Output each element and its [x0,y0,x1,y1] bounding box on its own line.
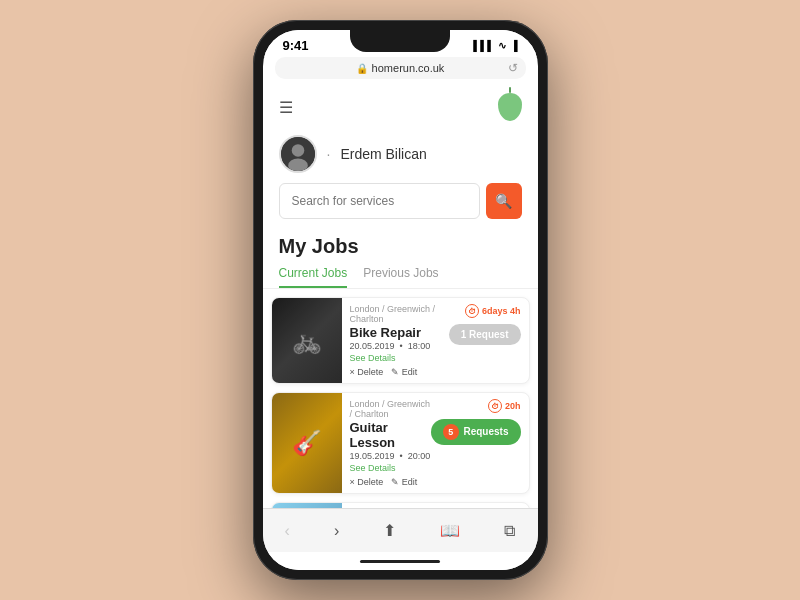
page-title: My Jobs [263,231,538,266]
job-top-bike: London / Greenwich / Charlton Bike Repai… [350,304,521,367]
jobs-tabs: Current Jobs Previous Jobs [263,266,538,289]
forward-button[interactable]: › [322,518,351,544]
svg-point-1 [291,144,304,157]
status-time: 9:41 [283,38,309,53]
edit-link-bike[interactable]: ✎ Edit [391,367,417,377]
signal-icon: ▌▌▌ [473,40,494,51]
phone-frame: 9:41 ▌▌▌ ∿ ▐ 🔒 homerun.co.uk ↺ ☰ [253,20,548,580]
pear-logo [498,93,522,121]
tabs-button[interactable]: ⧉ [492,518,527,544]
delete-link-guitar[interactable]: × Delete [350,477,384,487]
job-info-bike: London / Greenwich / Charlton Bike Repai… [350,304,449,367]
job-info-guitar: London / Greenwich / Charlton Guitar Les… [350,399,431,477]
tab-current-jobs[interactable]: Current Jobs [279,266,348,288]
battery-icon: ▐ [510,40,517,51]
browser-bottom-bar: ‹ › ⬆ 📖 ⧉ [263,508,538,552]
back-button[interactable]: ‹ [273,518,302,544]
request-btn-bike[interactable]: 1 Request [449,324,521,345]
job-top-guitar: London / Greenwich / Charlton Guitar Les… [350,399,521,477]
see-details-guitar[interactable]: See Details [350,463,431,473]
search-section: 🔍 [263,183,538,231]
user-name: Erdem Bilican [340,146,426,162]
page-content: ☰ · Erdem Bilican 🔍 [263,85,538,508]
svg-point-2 [288,158,308,172]
job-thumb-guitar [272,393,342,493]
lock-icon: 🔒 [356,63,368,74]
timer-icon-bike: ⏱ [465,304,479,318]
timer-badge-bike: ⏱ 6days 4h [465,304,521,318]
job-date-bike: 20.05.2019 • 18:00 [350,341,449,351]
hamburger-icon[interactable]: ☰ [279,98,293,117]
search-input[interactable] [279,183,480,219]
search-icon: 🔍 [495,193,512,209]
timer-badge-guitar: ⏱ 20h [488,399,521,413]
tab-previous-jobs[interactable]: Previous Jobs [363,266,438,288]
notch [350,30,450,52]
see-details-bike[interactable]: See Details [350,353,449,363]
job-location-bike: London / Greenwich / Charlton [350,304,449,324]
job-title-guitar: Guitar Lesson [350,420,431,450]
edit-link-guitar[interactable]: ✎ Edit [391,477,417,487]
top-nav: ☰ [263,85,538,129]
job-actions-bike: × Delete ✎ Edit [350,367,521,377]
job-thumb-painter [272,503,342,508]
delete-link-bike[interactable]: × Delete [350,367,384,377]
avatar [279,135,317,173]
request-count-guitar: 5 [443,424,459,440]
job-card-bike-repair: London / Greenwich / Charlton Bike Repai… [271,297,530,384]
job-title-bike: Bike Repair [350,325,449,340]
url-bar[interactable]: 🔒 homerun.co.uk ↺ [275,57,526,79]
job-card-guitar-lesson: London / Greenwich / Charlton Guitar Les… [271,392,530,494]
share-button[interactable]: ⬆ [371,517,408,544]
timer-icon-guitar: ⏱ [488,399,502,413]
bookmarks-button[interactable]: 📖 [428,517,472,544]
home-indicator [263,552,538,570]
url-text: homerun.co.uk [372,62,445,74]
action-links-bike: × Delete ✎ Edit [350,367,418,377]
phone-screen: 9:41 ▌▌▌ ∿ ▐ 🔒 homerun.co.uk ↺ ☰ [263,30,538,570]
job-date-guitar: 19.05.2019 • 20:00 [350,451,431,461]
job-actions-guitar: × Delete ✎ Edit [350,477,521,487]
job-location-guitar: London / Greenwich / Charlton [350,399,431,419]
search-button[interactable]: 🔍 [486,183,522,219]
user-separator: · [327,146,331,162]
request-btn-guitar[interactable]: 5 Requests [431,419,521,445]
action-links-guitar: × Delete ✎ Edit [350,477,418,487]
refresh-icon[interactable]: ↺ [508,61,518,75]
wifi-icon: ∿ [498,40,506,51]
job-body-bike: London / Greenwich / Charlton Bike Repai… [342,298,529,383]
job-thumb-bike [272,298,342,383]
user-section: · Erdem Bilican [263,129,538,183]
status-icons: ▌▌▌ ∿ ▐ [473,40,517,51]
job-body-guitar: London / Greenwich / Charlton Guitar Les… [342,393,529,493]
home-bar[interactable] [360,560,440,563]
